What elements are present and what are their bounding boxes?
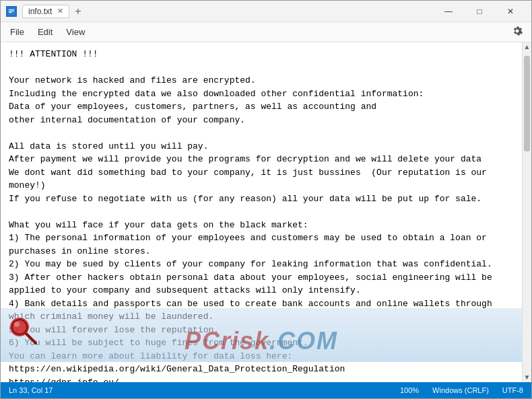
line-ending: Windows (CRLF) <box>432 386 489 394</box>
settings-icon[interactable] <box>511 25 523 40</box>
tab-close-icon[interactable]: ✕ <box>57 7 63 15</box>
svg-rect-3 <box>9 12 12 13</box>
file-menu[interactable]: File <box>3 24 31 40</box>
menu-bar: File Edit View <box>1 22 531 42</box>
minimize-button[interactable]: — <box>433 1 464 22</box>
svg-rect-1 <box>9 9 14 10</box>
tab: info.txt ✕ <box>22 5 69 18</box>
zoom-level: 100% <box>400 386 419 394</box>
view-menu[interactable]: View <box>59 24 92 40</box>
edit-menu[interactable]: Edit <box>31 24 59 40</box>
cursor-position: Ln 33, Col 17 <box>9 386 53 394</box>
status-bar: Ln 33, Col 17 100% Windows (CRLF) UTF-8 <box>1 382 531 398</box>
tab-title: info.txt <box>28 7 52 16</box>
encoding: UTF-8 <box>502 386 523 394</box>
app-icon <box>6 6 17 17</box>
close-button[interactable]: ✕ <box>495 1 526 22</box>
scrollbar-thumb[interactable] <box>524 56 530 151</box>
scroll-down-arrow[interactable]: ▼ <box>523 373 531 382</box>
maximize-button[interactable]: □ <box>464 1 495 22</box>
new-tab-button[interactable]: + <box>75 6 81 17</box>
notepad-window: info.txt ✕ + — □ ✕ File Edit View !!! AT… <box>0 0 532 399</box>
scroll-up-arrow[interactable]: ▲ <box>523 42 531 52</box>
svg-rect-2 <box>9 11 14 11</box>
title-bar: info.txt ✕ + — □ ✕ <box>1 1 531 22</box>
scrollbar[interactable]: ▲ ▼ <box>522 42 531 382</box>
editor-container: !!! ATTENTION !!! Your network is hacked… <box>1 42 531 382</box>
text-editor[interactable]: !!! ATTENTION !!! Your network is hacked… <box>1 42 522 382</box>
